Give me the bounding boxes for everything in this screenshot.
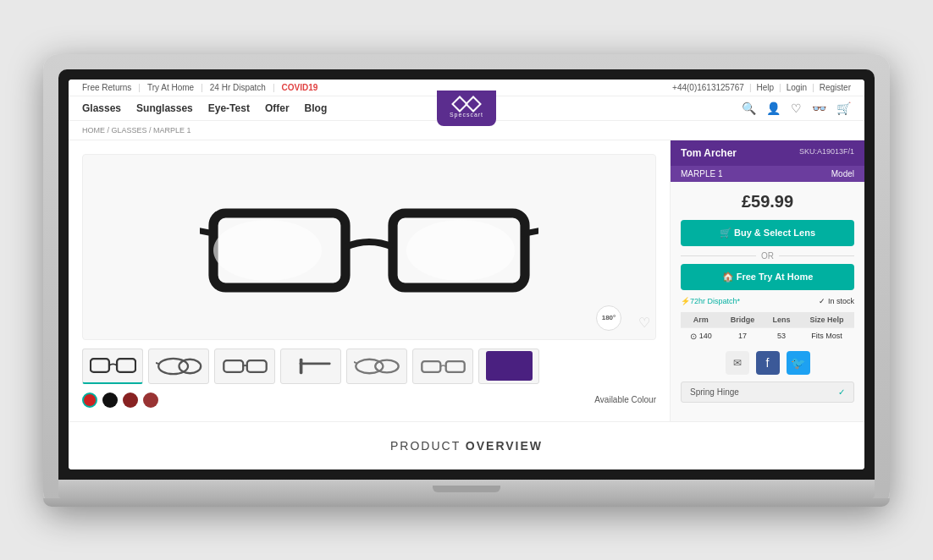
specs-header-bridge: Bridge — [721, 312, 765, 328]
available-colour-label: Available Colour — [594, 395, 656, 404]
try-btn-label: 🏠 Free Try At Home — [722, 272, 814, 283]
nav-blog[interactable]: Blog — [305, 102, 328, 114]
buy-btn-label: 🛒 Buy & Select Lens — [720, 228, 815, 239]
svg-rect-10 — [299, 358, 302, 373]
thumbnail-7[interactable] — [478, 349, 539, 384]
covid-label[interactable]: COVID19 — [282, 83, 318, 92]
breadcrumb-text: HOME / GLASSES / MARPLE 1 — [82, 126, 191, 135]
wishlist-icon[interactable]: ♡ — [791, 102, 802, 115]
glasses-image — [200, 179, 538, 315]
cart-icon[interactable]: 🛒 — [836, 102, 851, 115]
phone-number: +44(0)1613125767 — [672, 83, 744, 92]
header-inner: Glasses Sunglasses Eye-Test Offer Blog S… — [82, 102, 851, 115]
model-type: Model — [831, 169, 854, 178]
specs-lens-value: 53 — [764, 327, 798, 344]
specs-header-lens: Lens — [764, 312, 798, 328]
case-thumbnail-img — [486, 351, 533, 381]
specs-table: Arm Bridge Lens Size Help — [681, 312, 854, 344]
topbar-left: Free Returns | Try At Home | 24 Hr Dispa… — [82, 83, 317, 92]
share-twitter-button[interactable]: 🐦 — [787, 351, 810, 375]
logo-diamond-right — [465, 96, 482, 113]
product-sku: SKU:A19013F/1 — [799, 147, 854, 156]
buy-select-lens-button[interactable]: 🛒 Buy & Select Lens — [681, 220, 854, 246]
product-price: £59.99 — [681, 192, 854, 211]
nav-sunglasses[interactable]: Sunglasses — [136, 102, 193, 114]
topbar-right: +44(0)1613125767 | Help | Login | Regist… — [672, 83, 851, 92]
search-icon[interactable]: 🔍 — [742, 102, 756, 115]
account-icon[interactable]: 👤 — [766, 102, 781, 115]
product-body: £59.99 🛒 Buy & Select Lens OR 🏠 Free Try… — [671, 182, 864, 413]
wishlist-button[interactable]: ♡ — [638, 315, 650, 331]
thumbnail-2[interactable] — [148, 349, 209, 384]
login-link[interactable]: Login — [787, 83, 807, 92]
logo-icon — [454, 98, 479, 110]
thumbnail-row — [82, 349, 656, 384]
svg-rect-9 — [246, 360, 266, 372]
divider6: | — [812, 83, 814, 92]
free-try-home-button[interactable]: 🏠 Free Try At Home — [681, 264, 854, 290]
svg-point-13 — [375, 360, 399, 372]
divider2: | — [201, 83, 203, 92]
thumbnail-5[interactable] — [346, 349, 407, 384]
badge-text: 180° — [602, 314, 616, 321]
divider5: | — [779, 83, 781, 92]
svg-rect-16 — [445, 361, 464, 372]
laptop-foot — [43, 498, 890, 507]
spring-hinge-dropdown[interactable]: Spring Hinge ✓ — [681, 382, 854, 403]
glasses-icon[interactable]: 👓 — [812, 102, 826, 115]
specs-header-size: Size Help — [799, 312, 854, 328]
header-icons: 🔍 👤 ♡ 👓 🛒 — [742, 102, 851, 115]
svg-point-7 — [179, 359, 201, 373]
laptop-base — [58, 480, 875, 498]
rotation-badge[interactable]: 180° — [596, 305, 621, 331]
product-name-group: Tom Archer — [681, 147, 737, 159]
product-overview-section: PRODUCT OVERVIEW — [69, 421, 864, 469]
color-dot-4[interactable] — [143, 393, 158, 408]
svg-rect-11 — [299, 362, 330, 365]
dispatch-status: ⚡72hr Dispatch* — [681, 297, 740, 305]
nav-offer[interactable]: Offer — [265, 102, 290, 114]
specs-arm-value: ⊙ 140 — [681, 327, 721, 344]
site-logo[interactable]: Specscart — [437, 91, 496, 126]
model-label: MARPLE 1 — [681, 169, 722, 178]
specs-size-value: Fits Most — [799, 327, 854, 344]
main-image-area: 180° ♡ — [82, 154, 656, 340]
social-row: ✉ f 🐦 — [681, 351, 854, 375]
arm-value: 140 — [699, 332, 712, 340]
share-email-button[interactable]: ✉ — [726, 351, 749, 375]
specs-row: ⊙ 140 17 53 Fits Most — [681, 327, 854, 344]
color-row: Available Colour — [82, 393, 656, 408]
thumbnail-6[interactable] — [412, 349, 473, 384]
svg-rect-15 — [422, 361, 440, 372]
instock-status: ✓ In stock — [819, 297, 854, 305]
logo-text: Specscart — [450, 112, 483, 118]
product-name: Tom Archer — [681, 147, 737, 159]
spring-hinge-label: Spring Hinge — [690, 387, 739, 397]
svg-point-3 — [406, 220, 515, 281]
product-subheader: MARPLE 1 Model — [671, 166, 864, 182]
site-header: Glasses Sunglasses Eye-Test Offer Blog S… — [69, 96, 864, 121]
color-dot-1[interactable] — [82, 393, 97, 408]
laptop-notch — [433, 486, 500, 492]
svg-point-2 — [213, 220, 322, 281]
thumbnail-1[interactable] — [82, 349, 143, 384]
divider4: | — [749, 83, 752, 92]
divider1: | — [138, 83, 141, 92]
thumbnail-3[interactable] — [214, 349, 275, 384]
screen-bezel: Free Returns | Try At Home | 24 Hr Dispa… — [58, 69, 875, 480]
nav-eye-test[interactable]: Eye-Test — [208, 102, 250, 114]
divider3: | — [273, 83, 275, 92]
dispatch-label-top: 24 Hr Dispatch — [210, 83, 266, 92]
main-content: 180° ♡ — [69, 140, 864, 421]
register-link[interactable]: Register — [820, 83, 851, 92]
nav-glasses[interactable]: Glasses — [82, 102, 121, 114]
color-dot-3[interactable] — [123, 393, 138, 408]
help-link[interactable]: Help — [756, 83, 774, 92]
browser-screen: Free Returns | Try At Home | 24 Hr Dispa… — [69, 80, 864, 469]
specs-bridge-value: 17 — [721, 327, 765, 344]
thumbnail-4[interactable] — [280, 349, 341, 384]
color-dot-2[interactable] — [102, 393, 118, 408]
measure-icon: ⊙ — [690, 332, 697, 341]
svg-rect-4 — [90, 359, 108, 372]
share-facebook-button[interactable]: f — [756, 351, 780, 375]
